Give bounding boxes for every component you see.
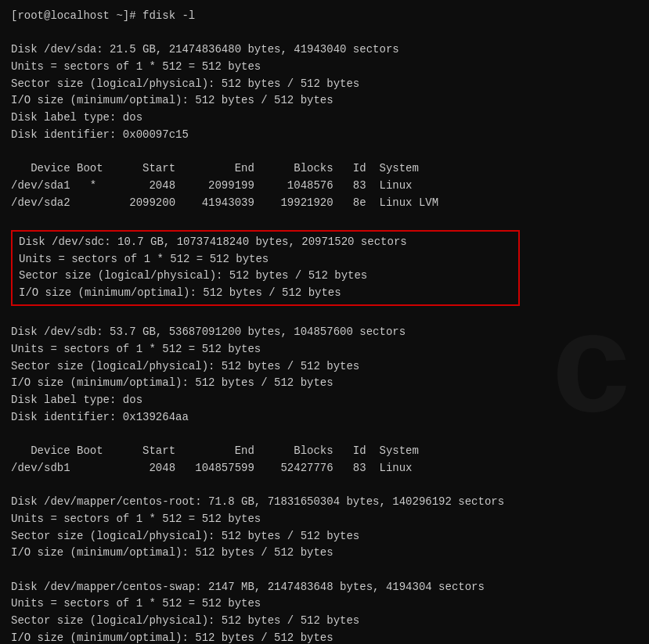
sdc-disk-info-highlighted: Disk /dev/sdc: 10.7 GB, 10737418240 byte… [11,230,520,306]
centos-root-info: Disk /dev/mapper/centos-root: 71.8 GB, 7… [11,494,638,562]
sdb-line-5: Disk label type: dos [11,392,638,409]
command-prompt-1: [root@localhost ~]# fdisk -l [11,8,638,25]
sdb-line-2: Units = sectors of 1 * 512 = 512 bytes [11,341,638,358]
sda-table-header: Device Boot Start End Blocks Id System [11,160,638,178]
sda-line-6: Disk identifier: 0x00097c15 [11,127,638,144]
centos-swap-line-1: Disk /dev/mapper/centos-swap: 2147 MB, 2… [11,579,638,596]
sdb-partition-table: Device Boot Start End Blocks Id System /… [11,443,638,477]
sdb-line-1: Disk /dev/sdb: 53.7 GB, 53687091200 byte… [11,324,638,341]
centos-swap-line-4: I/O size (minimum/optimal): 512 bytes / … [11,630,638,644]
sda-line-4: I/O size (minimum/optimal): 512 bytes / … [11,92,638,110]
sdb-table-header: Device Boot Start End Blocks Id System [11,443,638,460]
sdb-line-4: I/O size (minimum/optimal): 512 bytes / … [11,375,638,392]
centos-root-line-2: Units = sectors of 1 * 512 = 512 bytes [11,511,638,528]
terminal-window: c [root@localhost ~]# fdisk -l Disk /dev… [11,8,638,644]
centos-root-line-3: Sector size (logical/physical): 512 byte… [11,528,638,545]
sda-line-5: Disk label type: dos [11,110,638,127]
centos-root-line-1: Disk /dev/mapper/centos-root: 71.8 GB, 7… [11,494,638,511]
sdc-line-1: Disk /dev/sdc: 10.7 GB, 10737418240 byte… [19,234,512,251]
sdb-row-1: /dev/sdb1 2048 104857599 52427776 83 Lin… [11,460,638,477]
sdc-line-4: I/O size (minimum/optimal): 512 bytes / … [19,285,512,302]
sdb-line-6: Disk identifier: 0x139264aa [11,409,638,426]
centos-swap-line-2: Units = sectors of 1 * 512 = 512 bytes [11,595,638,613]
sdb-disk-info: Disk /dev/sdb: 53.7 GB, 53687091200 byte… [11,324,638,426]
sda-disk-info: Disk /dev/sda: 21.5 GB, 21474836480 byte… [11,41,638,143]
centos-swap-info: Disk /dev/mapper/centos-swap: 2147 MB, 2… [11,579,638,644]
sda-line-3: Sector size (logical/physical): 512 byte… [11,76,638,93]
centos-root-line-4: I/O size (minimum/optimal): 512 bytes / … [11,545,638,562]
sda-partition-table: Device Boot Start End Blocks Id System /… [11,160,638,211]
sdc-line-2: Units = sectors of 1 * 512 = 512 bytes [19,251,512,268]
centos-swap-line-3: Sector size (logical/physical): 512 byte… [11,613,638,630]
sda-row-1: /dev/sda1 * 2048 2099199 1048576 83 Linu… [11,178,638,195]
sdb-line-3: Sector size (logical/physical): 512 byte… [11,358,638,376]
sda-row-2: /dev/sda2 2099200 41943039 19921920 8e L… [11,195,638,212]
sda-line-1: Disk /dev/sda: 21.5 GB, 21474836480 byte… [11,41,638,59]
sda-line-2: Units = sectors of 1 * 512 = 512 bytes [11,59,638,76]
sdc-line-3: Sector size (logical/physical): 512 byte… [19,268,512,285]
